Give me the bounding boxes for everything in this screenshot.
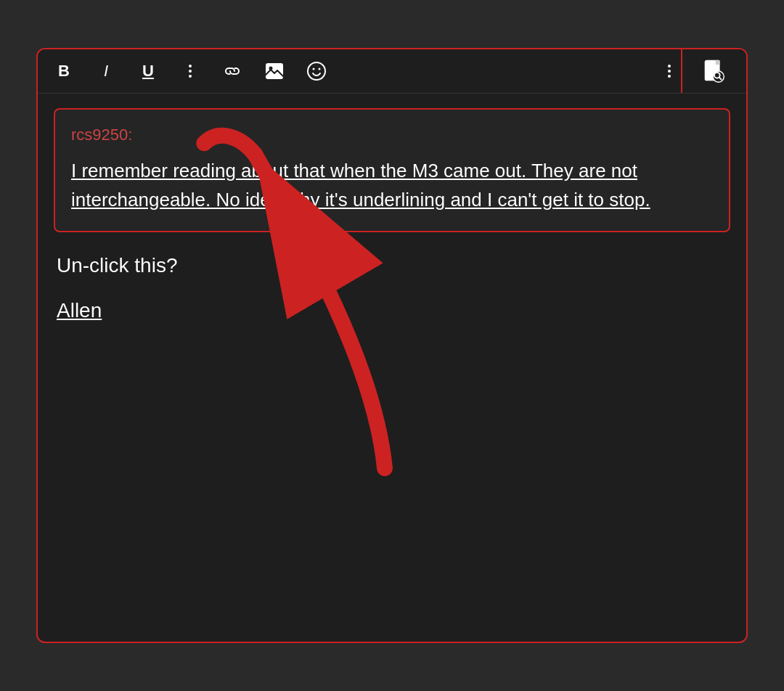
link-button[interactable] — [219, 58, 245, 84]
search-file-icon — [701, 57, 728, 85]
bold-button[interactable]: B — [51, 58, 77, 84]
italic-button[interactable]: I — [93, 58, 119, 84]
quote-block: rcs9250: I remember reading about that w… — [54, 108, 730, 232]
emoji-button[interactable] — [303, 58, 330, 84]
more-options-button-2[interactable] — [656, 58, 682, 84]
image-icon — [264, 62, 285, 81]
underline-button[interactable]: U — [135, 58, 161, 84]
more-options-button-1[interactable] — [177, 58, 203, 84]
toolbar: B I U — [38, 49, 746, 94]
dot-2 — [189, 70, 192, 73]
search-file-button[interactable] — [681, 49, 746, 93]
svg-point-2 — [308, 62, 325, 80]
link-icon — [223, 64, 242, 78]
svg-point-3 — [313, 68, 315, 70]
dot-1 — [189, 65, 192, 68]
svg-rect-6 — [716, 60, 720, 65]
signature: Allen — [54, 299, 730, 322]
dot-3 — [189, 75, 192, 78]
reply-text[interactable]: Un-click this? — [54, 254, 730, 277]
dot-4 — [668, 65, 671, 68]
dot-5 — [668, 70, 671, 73]
dot-6 — [668, 75, 671, 78]
content-area: rcs9250: I remember reading about that w… — [38, 94, 746, 344]
quote-text: I remember reading about that when the M… — [71, 156, 713, 215]
quote-author: rcs9250: — [71, 126, 713, 144]
svg-point-4 — [319, 68, 321, 70]
editor-container: B I U — [36, 48, 748, 643]
emoji-icon — [306, 61, 327, 81]
image-button[interactable] — [261, 58, 287, 84]
